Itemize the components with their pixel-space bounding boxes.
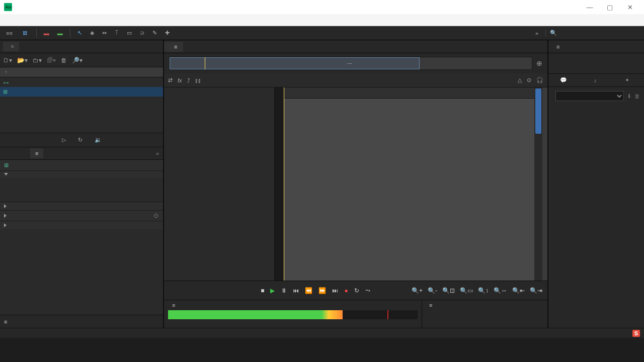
preset-save-icon[interactable]: ⬇ [627,93,631,100]
no-clip-label [552,57,640,61]
close-file-button[interactable]: 🗐▾ [47,57,56,64]
fx-button[interactable]: fx [178,77,182,83]
razor-tool[interactable]: ◈ [87,29,97,37]
section-metronome[interactable]: ⏲ [0,210,163,221]
mini-autoplay-button[interactable]: 🔉 [95,137,102,143]
play-button[interactable]: ▶ [270,287,275,294]
marquee-tool[interactable]: ▭ [124,29,135,37]
lasso-tool[interactable]: ⊃ [137,29,147,37]
zoom-full[interactable]: 🔍⊡ [442,287,455,294]
left-column: ≡ 🗋▾ 📂▾ 🗀▾ 🗐▾ 🗑 🔎▾ ↑ ⧟ ⊞ [0,40,164,328]
mini-play-button[interactable]: ▷ [62,137,66,143]
open-file-button[interactable]: 📂▾ [17,57,28,64]
monitor-button[interactable]: 🎧 [536,77,543,83]
mini-loop-button[interactable]: ↻ [78,137,83,143]
stop-button[interactable]: ■ [261,287,264,294]
preset-delete-icon[interactable]: 🗑 [634,93,640,99]
tool-flag-red[interactable]: ▬ [41,29,52,37]
search-help: 🔍 [545,30,641,36]
pause-button[interactable]: ⏸ [281,287,287,294]
maximize-button[interactable]: ▢ [600,4,620,11]
zoom-out-end[interactable]: 🔍⇥ [530,287,542,294]
section-info[interactable] [0,170,163,177]
tab-favorites[interactable] [20,45,30,49]
zoom-in-start[interactable]: 🔍⇤ [512,287,525,294]
app-logo: Au [4,3,12,11]
waveform-file-icon: ⧟ [3,79,9,85]
file-row[interactable]: ⊞ [0,87,163,97]
type-dialogue-button[interactable]: 💬 [548,74,580,86]
overview: ⊕ [164,53,547,73]
ime-indicator[interactable]: S [632,330,640,337]
move-tool[interactable]: ↖ [74,29,85,37]
dialogue-icon: 💬 [560,77,567,83]
type-sfx-button[interactable]: ✦ [612,74,644,86]
slip-tool[interactable]: ⇔ [99,29,110,37]
trash-button[interactable]: 🗑 [61,57,67,64]
filter-button[interactable]: 🔎▾ [72,57,83,64]
tab-mixer[interactable] [183,45,195,49]
main-toolbar: ≡≡ ⊞ ▬ ▬ ↖ ◈ ⇔ ⟙ ▭ ⊃ ✎ ✚ » 🔍 [0,26,644,40]
ripple-button[interactable]: ⊙ [527,77,531,83]
essential-sound-panel: ≡ 💬 ♪ ✦ ⬇ 🗑 [548,40,644,328]
import-button[interactable]: 🗀▾ [33,57,42,64]
preset-select[interactable] [555,91,624,101]
zoom-out-h[interactable]: 🔍- [428,287,437,294]
music-icon: ♪ [594,77,597,83]
tab-media-browser[interactable] [0,151,10,155]
time-select-tool[interactable]: ⟙ [112,29,122,37]
waveform-icon: ≡≡ [6,30,13,36]
tool-flag-green[interactable]: ▬ [54,29,66,37]
files-toolbar: 🗋▾ 📂▾ 🗀▾ 🗐▾ 🗑 🔎▾ [0,53,163,67]
heal-tool[interactable]: ✚ [162,29,173,37]
tab-editor[interactable]: ≡ [164,42,183,52]
go-start-button[interactable]: ⏮ [293,287,299,294]
menubar [0,14,644,26]
record-button[interactable]: ● [344,287,348,294]
type-music-button[interactable]: ♪ [580,74,612,86]
go-end-button[interactable]: ⏭ [332,287,338,294]
waveform-view-button[interactable]: ≡≡ [3,29,18,37]
close-button[interactable]: ✕ [620,4,640,11]
multitrack-view-button[interactable]: ⊞ [20,29,32,37]
properties-panel: ⊞ ⏲ [0,160,163,315]
toggle-left-button[interactable]: ⇄ [168,77,173,83]
workspace-more[interactable]: » [528,30,545,36]
section-time[interactable] [0,202,163,210]
tab-history[interactable]: ≡ [4,319,7,325]
section-mix[interactable] [0,221,163,229]
skip-button[interactable]: ⤳ [365,287,370,294]
assign-label [552,65,640,69]
snap-button[interactable]: △ [518,77,522,83]
transport-bar: ■ ▶ ⏸ ⏮ ⏪ ⏩ ⏭ ● ↻ ⤳ 🔍+ 🔍- 🔍⊡ 🔍▭ 🔍↕ 🔍↔ 🔍⇤… [164,281,547,300]
send-button[interactable]: ⤴ [187,77,190,83]
timeline[interactable] [284,87,534,281]
tab-properties[interactable]: ≡ [30,148,43,158]
minimize-button[interactable]: — [580,4,600,11]
overview-scrollbar[interactable] [169,57,532,70]
track-color-strip [542,87,547,281]
zoom-reset-icon[interactable]: ⊕ [536,59,542,67]
levels-panel: ≡ ≡ [164,300,547,328]
zoom-out-v[interactable]: 🔍↔ [494,287,507,294]
file-row[interactable]: ⧟ [0,77,163,87]
titlebar: Au — ▢ ✕ [0,0,644,14]
loop-button[interactable]: ↻ [354,287,359,294]
search-icon: 🔍 [550,30,557,36]
eq-button[interactable]: ⫿⫿ [195,77,201,83]
new-file-button[interactable]: 🗋▾ [3,57,12,64]
search-input[interactable] [560,30,630,36]
zoom-in-h[interactable]: 🔍+ [412,287,423,294]
tab-effects-rack[interactable] [10,151,20,155]
vertical-scrollbar[interactable] [534,87,542,281]
rewind-button[interactable]: ⏪ [305,287,312,294]
brush-tool[interactable]: ✎ [149,29,160,37]
zoom-in-v[interactable]: 🔍↕ [478,287,489,294]
time-ruler[interactable] [284,87,534,99]
zoom-sel[interactable]: 🔍▭ [460,287,473,294]
tabs-overflow[interactable]: » [152,150,163,156]
selection-view-panel: ≡ [422,300,547,328]
tab-files[interactable]: ≡ [3,42,19,51]
tab-markers[interactable] [20,151,30,155]
forward-button[interactable]: ⏩ [318,287,326,294]
